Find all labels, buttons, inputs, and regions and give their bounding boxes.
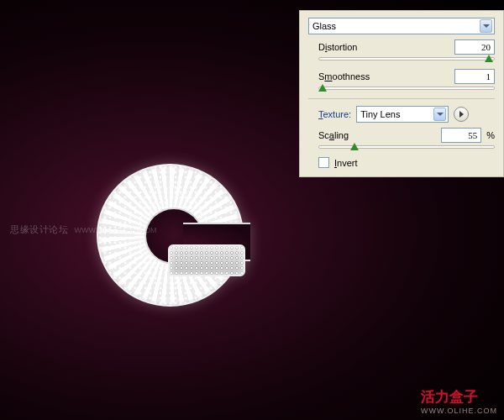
preset-combo-value: Glass [312, 21, 480, 31]
watermark-left: 思缘设计论坛 WWW.MISSYUAN.COM [10, 223, 157, 236]
preset-combo[interactable]: Glass [308, 18, 495, 34]
watermark-left-text: 思缘设计论坛 [10, 224, 68, 234]
distortion-label: Distortion [318, 42, 357, 52]
smoothness-label: Smoothness [318, 71, 370, 81]
chevron-down-icon [433, 108, 446, 121]
invert-checkbox[interactable] [318, 157, 329, 168]
invert-label: Invert [334, 158, 358, 168]
distortion-slider[interactable] [318, 57, 495, 60]
watermark-bottom-url: WWW.OLIHE.COM [421, 407, 497, 415]
scaling-control: Scaling 55 % [308, 128, 495, 149]
smoothness-control: Smoothness 1 [308, 69, 495, 90]
texture-row: Texture: Tiny Lens [308, 106, 495, 123]
distortion-slider-thumb[interactable] [485, 55, 493, 65]
distortion-value-input[interactable]: 20 [454, 39, 495, 55]
watermark-bottom: 活力盒子 WWW.OLIHE.COM [421, 387, 497, 415]
separator [308, 98, 495, 99]
g-bar [168, 244, 245, 276]
chevron-down-icon [480, 19, 492, 33]
glass-filter-panel: Glass Distortion 20 Smoothness 1 Texture… [299, 10, 504, 177]
distortion-control: Distortion 20 [308, 39, 495, 60]
smoothness-slider-thumb[interactable] [318, 84, 327, 94]
smoothness-value-input[interactable]: 1 [454, 69, 495, 84]
texture-menu-button[interactable] [454, 107, 469, 122]
scaling-slider[interactable] [318, 145, 495, 149]
scaling-value-input[interactable]: 55 [441, 128, 481, 143]
scaling-unit: % [486, 130, 495, 140]
smoothness-slider[interactable] [318, 87, 495, 90]
invert-row: Invert [308, 157, 495, 168]
texture-combo[interactable]: Tiny Lens [356, 106, 449, 123]
texture-combo-value: Tiny Lens [360, 109, 433, 119]
watermark-bottom-text: 活力盒子 [421, 389, 478, 405]
texture-label: Texture: [318, 109, 351, 119]
scaling-slider-thumb[interactable] [350, 143, 359, 153]
scaling-label: Scaling [318, 130, 349, 140]
watermark-left-url: WWW.MISSYUAN.COM [75, 226, 157, 234]
